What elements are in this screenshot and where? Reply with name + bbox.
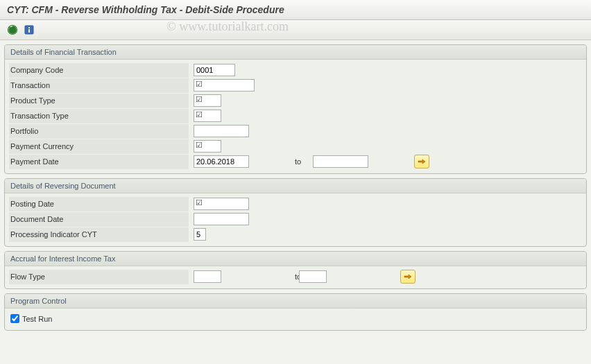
product-type-input[interactable] xyxy=(194,94,221,107)
transaction-label: Transaction xyxy=(9,78,189,93)
payment-date-from-input[interactable] xyxy=(194,155,249,168)
processing-indicator-input[interactable] xyxy=(194,228,206,241)
flow-type-multi-button[interactable] xyxy=(400,270,416,284)
group-reversing-document: Details of Reversing Document Posting Da… xyxy=(4,178,587,247)
execute-icon xyxy=(7,24,18,35)
toolbar xyxy=(0,20,591,40)
group-financial-transaction: Details of Financial Transaction Company… xyxy=(4,44,587,174)
group-header-accrual: Accrual for Interest Income Tax xyxy=(5,252,586,266)
content-area: Details of Financial Transaction Company… xyxy=(0,40,591,339)
group-header-reversing: Details of Reversing Document xyxy=(5,179,586,193)
company-code-label: Company Code xyxy=(9,63,189,78)
portfolio-input[interactable] xyxy=(194,125,249,137)
transaction-type-label: Transaction Type xyxy=(9,109,189,123)
flow-type-to-label: to xyxy=(225,272,295,281)
processing-indicator-label: Processing Indicator CYT xyxy=(9,227,189,242)
group-header-financial: Details of Financial Transaction xyxy=(5,45,586,60)
test-run-checkbox[interactable] xyxy=(10,314,19,323)
flow-type-from-input[interactable] xyxy=(194,270,221,283)
flow-type-to-input[interactable] xyxy=(299,270,327,283)
posting-date-label: Posting Date xyxy=(9,197,189,211)
transaction-input[interactable] xyxy=(194,79,255,92)
payment-currency-input[interactable] xyxy=(194,140,221,153)
multi-selection-icon xyxy=(404,273,412,280)
product-type-label: Product Type xyxy=(9,94,189,108)
payment-date-label: Payment Date xyxy=(9,155,189,169)
execute-button[interactable] xyxy=(6,23,19,37)
svg-rect-3 xyxy=(28,29,30,33)
window-title: CYT: CFM - Reverse Withholding Tax - Deb… xyxy=(0,0,591,20)
payment-currency-label: Payment Currency xyxy=(9,139,189,154)
portfolio-label: Portfolio xyxy=(9,124,189,139)
info-icon xyxy=(24,24,35,35)
posting-date-input[interactable] xyxy=(194,198,249,210)
payment-date-multi-button[interactable] xyxy=(414,155,429,168)
group-accrual: Accrual for Interest Income Tax Flow Typ… xyxy=(4,251,587,289)
payment-date-to-input[interactable] xyxy=(313,155,368,168)
test-run-label[interactable]: Test Run xyxy=(22,315,52,323)
document-date-label: Document Date xyxy=(9,212,189,227)
transaction-type-input[interactable] xyxy=(194,110,221,122)
multi-selection-icon xyxy=(418,158,426,165)
flow-type-label: Flow Type xyxy=(9,270,189,284)
payment-date-to-label: to xyxy=(253,157,309,166)
svg-rect-2 xyxy=(28,27,30,28)
group-program-control: Program Control Test Run xyxy=(4,293,587,331)
document-date-input[interactable] xyxy=(194,213,249,225)
company-code-input[interactable] xyxy=(194,64,235,76)
group-header-program-control: Program Control xyxy=(5,294,586,309)
info-button[interactable] xyxy=(22,23,36,37)
